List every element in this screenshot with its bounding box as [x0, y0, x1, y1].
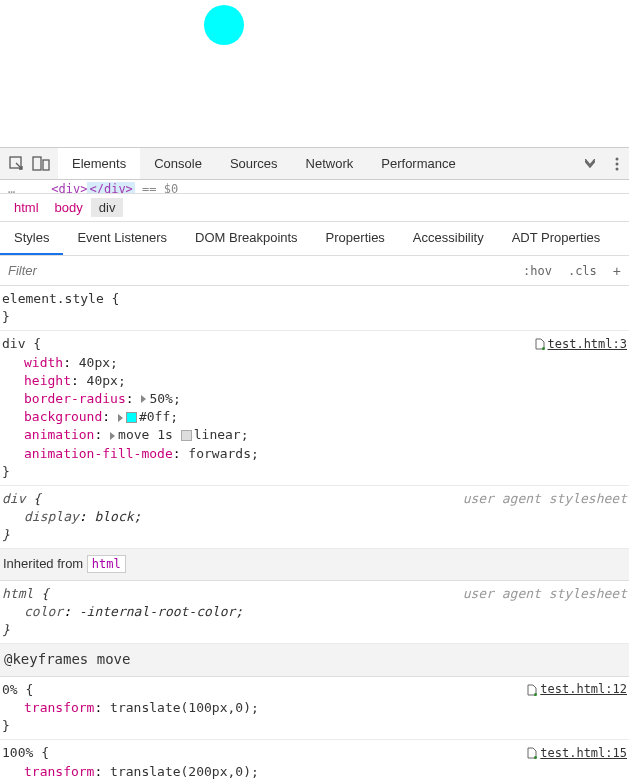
brace-close: } [2, 463, 627, 481]
rule-keyframe-100[interactable]: 100% { test.html:15 transform: translate… [0, 740, 629, 782]
prop-height-value[interactable]: 40px; [79, 373, 126, 388]
rule-div[interactable]: div { test.html:3 width: 40px; height: 4… [0, 331, 629, 486]
crumb-body[interactable]: body [47, 198, 91, 217]
selector-element-style: element.style [2, 291, 104, 306]
svg-point-4 [616, 162, 619, 165]
expand-icon[interactable] [141, 395, 146, 403]
expand-icon[interactable] [110, 432, 115, 440]
prop-background-value[interactable]: #0ff; [139, 409, 178, 424]
main-tabs: Elements Console Sources Network Perform… [58, 148, 575, 179]
prop-fill-mode-value[interactable]: forwards; [181, 446, 259, 461]
prop-transform-0-name[interactable]: transform [24, 700, 94, 715]
prop-animation-name[interactable]: animation [24, 427, 94, 442]
bezier-curve-icon[interactable] [181, 430, 192, 441]
brace-close: } [2, 308, 627, 326]
prop-width-value[interactable]: 40px; [71, 355, 118, 370]
file-icon [534, 338, 546, 350]
page-preview [0, 0, 629, 148]
prop-fill-mode-name[interactable]: animation-fill-mode [24, 446, 173, 461]
selector-div: div [2, 336, 25, 351]
device-toggle-icon[interactable] [32, 155, 50, 173]
prop-display-name: display [24, 509, 79, 524]
prop-transform-100-name[interactable]: transform [24, 764, 94, 779]
svg-point-3 [616, 157, 619, 160]
prop-transform-0-value[interactable]: translate(100px,0); [102, 700, 259, 715]
crumb-div[interactable]: div [91, 198, 124, 217]
svg-rect-1 [33, 157, 41, 170]
subtab-properties[interactable]: Properties [312, 222, 399, 255]
source-link-div[interactable]: test.html:3 [548, 336, 627, 353]
dom-eq-marker: == $0 [135, 182, 178, 194]
kebab-menu-icon[interactable] [605, 149, 629, 179]
inherited-from-bar: Inherited from html [0, 549, 629, 580]
dom-tree-line[interactable]: … <div></div> == $0 [0, 180, 629, 194]
inspect-icon[interactable] [8, 155, 26, 173]
filter-row: :hov .cls + [0, 256, 629, 286]
inherited-tag[interactable]: html [87, 555, 126, 573]
svg-point-7 [534, 693, 537, 696]
ua-stylesheet-label: user agent stylesheet [463, 585, 627, 603]
file-icon [526, 684, 538, 696]
keyframes-bar: @keyframes move [0, 644, 629, 677]
prop-animation-move[interactable]: move 1s [118, 427, 181, 442]
svg-point-5 [616, 167, 619, 170]
color-swatch-icon[interactable] [126, 412, 137, 423]
prop-animation-timing[interactable]: linear; [194, 427, 249, 442]
dom-ellipsis: … [8, 182, 15, 194]
prop-color-name: color [24, 604, 63, 619]
prop-border-radius-value[interactable]: 50%; [149, 391, 180, 406]
tab-performance[interactable]: Performance [367, 148, 469, 179]
subtab-accessibility[interactable]: Accessibility [399, 222, 498, 255]
tab-sources[interactable]: Sources [216, 148, 292, 179]
subtab-event-listeners[interactable]: Event Listeners [63, 222, 181, 255]
cls-button[interactable]: .cls [560, 258, 605, 284]
keyframe-0-selector: 0% [2, 682, 18, 697]
rule-html-ua[interactable]: html { user agent stylesheet color: -int… [0, 581, 629, 645]
rule-element-style[interactable]: element.style { } [0, 286, 629, 331]
tab-network[interactable]: Network [292, 148, 368, 179]
dom-close-tag: </div> [89, 182, 132, 194]
inherited-label: Inherited from [3, 556, 87, 571]
prop-color-value: -internal-root-color; [71, 604, 243, 619]
prop-border-radius-name[interactable]: border-radius [24, 391, 126, 406]
devtools-toolbar: Elements Console Sources Network Perform… [0, 148, 629, 180]
styles-subtabs: Styles Event Listeners DOM Breakpoints P… [0, 222, 629, 256]
crumb-html[interactable]: html [6, 198, 47, 217]
prop-display-value: block; [87, 509, 142, 524]
svg-point-8 [534, 756, 537, 759]
source-link-kf0[interactable]: test.html:12 [540, 681, 627, 698]
animated-circle [204, 5, 244, 45]
brace-close: } [2, 526, 627, 544]
file-icon [526, 747, 538, 759]
source-link-kf100[interactable]: test.html:15 [540, 745, 627, 762]
subtab-adt-properties[interactable]: ADT Properties [498, 222, 615, 255]
dom-open-tag: <div> [51, 182, 87, 194]
filter-input[interactable] [0, 256, 515, 285]
subtab-dom-breakpoints[interactable]: DOM Breakpoints [181, 222, 312, 255]
svg-point-6 [542, 347, 545, 350]
selector-div-ua: div [2, 491, 25, 506]
prop-background-name[interactable]: background [24, 409, 102, 424]
add-rule-icon[interactable]: + [605, 257, 629, 285]
hov-button[interactable]: :hov [515, 258, 560, 284]
rule-keyframe-0[interactable]: 0% { test.html:12 transform: translate(1… [0, 677, 629, 741]
selector-html-ua: html [2, 586, 33, 601]
prop-transform-100-value[interactable]: translate(200px,0); [102, 764, 259, 779]
brace-close: } [2, 621, 627, 639]
styles-panel: element.style { } div { test.html:3 widt… [0, 286, 629, 782]
breadcrumb: html body div [0, 194, 629, 222]
brace-close: } [2, 717, 627, 735]
prop-height-name[interactable]: height [24, 373, 71, 388]
subtab-styles[interactable]: Styles [0, 222, 63, 255]
tab-console[interactable]: Console [140, 148, 216, 179]
rule-div-ua[interactable]: div { user agent stylesheet display: blo… [0, 486, 629, 550]
ua-stylesheet-label: user agent stylesheet [463, 490, 627, 508]
keyframe-100-selector: 100% [2, 745, 33, 760]
tab-elements[interactable]: Elements [58, 148, 140, 179]
svg-rect-2 [43, 160, 49, 170]
expand-icon[interactable] [118, 414, 123, 422]
prop-width-name[interactable]: width [24, 355, 63, 370]
more-tabs-icon[interactable] [575, 151, 605, 177]
